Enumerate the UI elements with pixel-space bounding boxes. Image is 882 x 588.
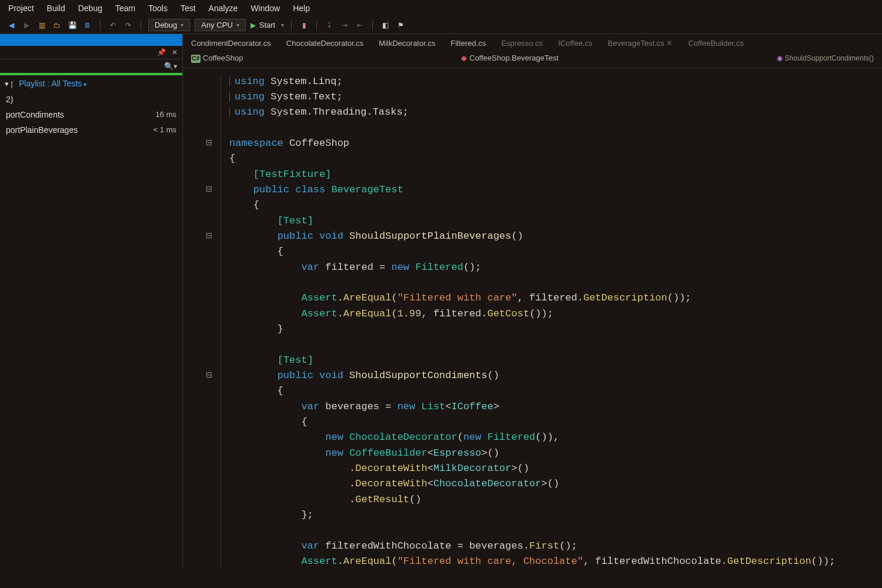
csharp-icon: C# xyxy=(191,55,201,63)
step-icon-1[interactable]: ↧ xyxy=(324,20,335,31)
menu-help[interactable]: Help xyxy=(293,4,310,13)
pin-icon[interactable]: 📌 xyxy=(157,48,166,56)
code-editor[interactable]: using System.Linq; using System.Text; us… xyxy=(183,68,882,569)
nav-back-icon[interactable]: ◀ xyxy=(6,20,16,31)
test-list: 2) portCondiments 16 ms portPlainBeverag… xyxy=(0,92,182,138)
main-toolbar: ◀ ▶ ▥ 🗀 💾 🗎 ↶ ↷ Debug Any CPU ▶Start▾ ▮ … xyxy=(0,16,882,34)
tab-beverage-test[interactable]: BeverageTest.cs ✕ xyxy=(608,39,673,48)
toolbar-icon-a[interactable]: ▮ xyxy=(299,20,309,31)
menu-analyze[interactable]: Analyze xyxy=(209,4,238,13)
save-all-icon[interactable]: 🗎 xyxy=(82,20,93,31)
close-panel-icon[interactable]: ✕ xyxy=(172,48,178,56)
tab-icoffee[interactable]: ICoffee.cs xyxy=(558,39,592,48)
step-icon-3[interactable]: ⇤ xyxy=(355,20,365,31)
tab-filtered[interactable]: Filtered.cs xyxy=(450,39,486,48)
menu-window[interactable]: Window xyxy=(250,4,280,13)
tab-condiment-decorator[interactable]: CondimentDecorator.cs xyxy=(191,39,271,48)
bookmark-icon[interactable]: ◧ xyxy=(380,20,390,31)
step-icon-2[interactable]: ⇥ xyxy=(339,20,350,31)
test-explorer-panel: 📌 ✕ 🔍▾ ▾ | Playlist : All Tests 2) portC… xyxy=(0,34,183,569)
menu-test[interactable]: Test xyxy=(181,4,196,13)
config-dropdown[interactable]: Debug xyxy=(148,19,190,31)
test-duration: 16 ms xyxy=(156,110,176,119)
test-row-condiments[interactable]: portCondiments 16 ms xyxy=(4,107,179,122)
crumb-namespace[interactable]: C#CoffeeShop xyxy=(191,54,243,63)
undo-icon[interactable]: ↶ xyxy=(108,20,118,31)
class-icon: ◆ xyxy=(461,54,467,62)
breadcrumb-bar: C#CoffeeShop ◆CoffeeShop.BeverageTest ◉S… xyxy=(183,51,882,68)
tab-milk-decorator[interactable]: MilkDecorator.cs xyxy=(379,39,435,48)
test-duration: < 1 ms xyxy=(153,125,176,135)
redo-icon[interactable]: ↷ xyxy=(123,20,133,31)
tab-espresso[interactable]: Espresso.cs xyxy=(501,39,543,48)
method-icon: ◉ xyxy=(777,54,783,62)
platform-dropdown[interactable]: Any CPU xyxy=(195,19,245,31)
new-file-icon[interactable]: ▥ xyxy=(36,20,47,31)
panel-title-bar[interactable] xyxy=(0,34,182,46)
menu-project[interactable]: Project xyxy=(8,4,34,13)
document-tabs: CondimentDecorator.cs ChocolateDecorator… xyxy=(183,34,882,51)
start-button[interactable]: ▶Start▾ xyxy=(250,21,284,29)
open-icon[interactable]: 🗀 xyxy=(52,20,62,31)
save-icon[interactable]: 💾 xyxy=(67,20,78,31)
test-group-row[interactable]: 2) xyxy=(4,92,179,107)
play-icon: ▶ xyxy=(250,21,256,29)
editor-area: CondimentDecorator.cs ChocolateDecorator… xyxy=(183,34,882,569)
filter-icon[interactable]: ▾ | xyxy=(5,79,13,88)
search-icon[interactable]: 🔍▾ xyxy=(164,62,178,71)
test-row-plain-beverages[interactable]: portPlainBeverages < 1 ms xyxy=(4,122,179,138)
nav-fwd-icon[interactable]: ▶ xyxy=(21,20,32,31)
crumb-class[interactable]: ◆CoffeeShop.BeverageTest xyxy=(461,54,559,62)
menu-build[interactable]: Build xyxy=(47,4,65,13)
crumb-method[interactable]: ◉ShouldSupportCondiments() xyxy=(777,54,874,62)
playlist-dropdown[interactable]: Playlist : All Tests xyxy=(19,79,86,88)
menu-bar: Project Build Debug Team Tools Test Anal… xyxy=(0,0,882,16)
menu-debug[interactable]: Debug xyxy=(78,4,102,13)
tab-chocolate-decorator[interactable]: ChocolateDecorator.cs xyxy=(286,39,364,48)
tab-coffee-builder[interactable]: CoffeeBuilder.cs xyxy=(688,39,743,48)
flag-icon[interactable]: ⚑ xyxy=(395,20,406,31)
test-search-row: 🔍▾ xyxy=(0,59,182,75)
menu-tools[interactable]: Tools xyxy=(148,4,168,13)
menu-team[interactable]: Team xyxy=(115,4,135,13)
